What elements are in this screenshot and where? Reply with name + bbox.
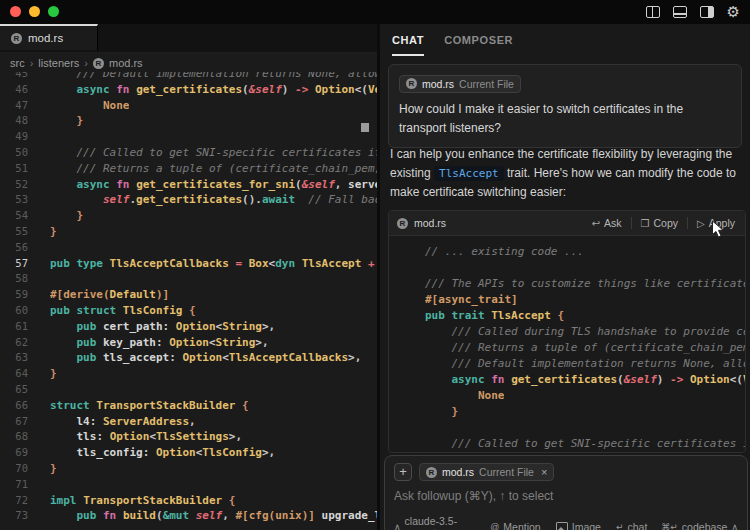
- code-line: /// The APIs to customize things like ce…: [403, 276, 745, 292]
- line-number: 69: [0, 445, 28, 461]
- line-number: 53: [0, 192, 28, 208]
- submit-chat-button[interactable]: ↵ chat: [616, 521, 647, 530]
- breadcrumb-separator-icon: ›: [30, 57, 34, 69]
- inline-code: TlsAccept: [434, 166, 504, 181]
- line-number: 61: [0, 319, 28, 335]
- line-number: 56: [0, 240, 28, 256]
- breadcrumb-item[interactable]: listeners: [38, 57, 79, 69]
- settings-gear-icon[interactable]: ⚙: [727, 5, 740, 19]
- zoom-window-button[interactable]: [48, 6, 59, 17]
- line-number: 70: [0, 461, 28, 477]
- minimize-window-button[interactable]: [29, 6, 40, 17]
- chat-tab-bar: CHATCOMPOSER: [380, 24, 750, 56]
- code-line: pub trait TlsAccept {: [403, 308, 745, 324]
- code-line: 47 None: [0, 98, 377, 114]
- user-message: R mod.rs Current File How could I make i…: [388, 64, 742, 148]
- code-line: 65: [0, 382, 377, 398]
- code-line: /// Called during TLS handshake to provi…: [403, 324, 745, 340]
- line-number: 58: [0, 271, 28, 287]
- line-number: 57: [0, 256, 28, 272]
- model-selector[interactable]: ∧ claude-3.5-sonnet: [394, 515, 475, 530]
- user-message-text: How could I make it easier to switch cer…: [399, 100, 731, 138]
- copy-button[interactable]: ❐Copy: [639, 217, 680, 229]
- chip-tag: Current File: [479, 466, 534, 478]
- code-line: /// Returns a tuple of (certificate_chai…: [403, 340, 745, 356]
- code-line: 63 pub tls_accept: Option<TlsAcceptCallb…: [0, 350, 377, 366]
- code-line: 53 self.get_certificates().await // Fall…: [0, 192, 377, 208]
- code-line: 61 pub cert_path: Option<String>,: [0, 319, 377, 335]
- code-line: 69 tls_config: Option<TlsConfig>,: [0, 445, 377, 461]
- mouse-cursor: [711, 220, 725, 239]
- split-editor-icon[interactable]: [646, 6, 660, 18]
- scrollbar-thumb[interactable]: [361, 123, 369, 132]
- code-line: 50 /// Called to get SNI-specific certif…: [0, 145, 377, 161]
- breadcrumb-separator-icon: ›: [84, 57, 88, 69]
- code-line: [403, 420, 745, 436]
- code-line: 62 pub key_path: Option<String>,: [0, 335, 377, 351]
- code-line: // ... existing code ...: [403, 244, 745, 260]
- action-separator: [687, 217, 688, 229]
- line-number: 55: [0, 224, 28, 240]
- toggle-secondary-sidebar-icon[interactable]: [700, 6, 714, 18]
- code-line: 64}: [0, 366, 377, 382]
- rust-file-icon: R: [426, 467, 437, 478]
- code-line: }: [403, 404, 745, 420]
- image-icon: [556, 522, 568, 530]
- code-line: 51 /// Returns a tuple of (certificate_c…: [0, 161, 377, 177]
- code-line: None: [403, 388, 745, 404]
- editor-pane: R mod.rs src›listeners›Rmod.rs 45 /// De…: [0, 24, 377, 530]
- submit-codebase-button[interactable]: ⌘↵ codebase ∧: [661, 521, 738, 530]
- code-line: 46 async fn get_certificates(&self) -> O…: [0, 82, 377, 98]
- toggle-panel-icon[interactable]: [673, 6, 687, 18]
- line-number: 51: [0, 161, 28, 177]
- code-line: 45 /// Default implementation returns No…: [0, 72, 377, 82]
- line-number: 66: [0, 398, 28, 414]
- context-file-chip[interactable]: R mod.rs Current File ×: [419, 463, 554, 481]
- code-line: 52 async fn get_certificates_for_sni(&se…: [0, 177, 377, 193]
- image-button[interactable]: Image: [556, 521, 601, 530]
- code-line: 72impl TransportStackBuilder {: [0, 493, 377, 509]
- chat-panel-tab-composer[interactable]: COMPOSER: [444, 24, 513, 56]
- remove-context-icon[interactable]: ×: [541, 466, 547, 478]
- code-line: 48 }: [0, 113, 377, 129]
- chat-panel-tab-chat[interactable]: CHAT: [392, 24, 424, 56]
- context-file-chip[interactable]: R mod.rs Current File: [399, 75, 521, 93]
- chat-input-footer: ∧ claude-3.5-sonnet @ Mention Image ↵ ch…: [394, 515, 738, 530]
- chat-input-placeholder[interactable]: Ask followup (⌘Y), ↑ to select: [394, 489, 738, 503]
- code-line: 54 }: [0, 208, 377, 224]
- code-block-header: R mod.rs ↩Ask❐Copy▷Apply: [389, 211, 745, 236]
- ask-button[interactable]: ↩Ask: [590, 217, 624, 229]
- chat-action-label: chat: [627, 521, 647, 530]
- chip-file-name: mod.rs: [422, 78, 454, 90]
- add-context-button[interactable]: +: [394, 463, 412, 481]
- tab-label: mod.rs: [28, 32, 63, 44]
- codebase-action-label: codebase: [682, 521, 728, 530]
- code-block-body[interactable]: // ... existing code .../// The APIs to …: [389, 236, 745, 452]
- line-number: 49: [0, 129, 28, 145]
- code-line: 55}: [0, 224, 377, 240]
- tab-modrs[interactable]: R mod.rs: [0, 24, 98, 50]
- ask-icon: ↩: [592, 218, 600, 229]
- return-key-icon: ↵: [616, 522, 624, 530]
- rust-file-icon: R: [406, 78, 417, 89]
- code-line: [403, 260, 745, 276]
- breadcrumb[interactable]: src›listeners›Rmod.rs: [0, 53, 377, 73]
- code-line: 70}: [0, 461, 377, 477]
- editor-tab-bar: R mod.rs: [0, 24, 377, 53]
- code-line: 68 tls: Option<TlsSettings>,: [0, 429, 377, 445]
- rust-file-icon: R: [397, 218, 408, 229]
- line-number: 63: [0, 350, 28, 366]
- breadcrumb-item[interactable]: mod.rs: [109, 57, 143, 69]
- mention-button[interactable]: @ Mention: [490, 521, 541, 530]
- code-editor[interactable]: 45 /// Default implementation returns No…: [0, 72, 377, 530]
- code-line: /// Default implementation returns None,…: [403, 356, 745, 372]
- line-number: 54: [0, 208, 28, 224]
- breadcrumb-item[interactable]: src: [10, 57, 25, 69]
- chat-input[interactable]: + R mod.rs Current File × Ask followup (…: [384, 455, 748, 530]
- apply-icon: ▷: [697, 218, 705, 229]
- close-window-button[interactable]: [10, 6, 21, 17]
- code-line: 57pub type TlsAcceptCallbacks = Box<dyn …: [0, 256, 377, 272]
- code-line: 71: [0, 477, 377, 493]
- code-line: 58: [0, 271, 377, 287]
- code-line: #[async_trait]: [403, 292, 745, 308]
